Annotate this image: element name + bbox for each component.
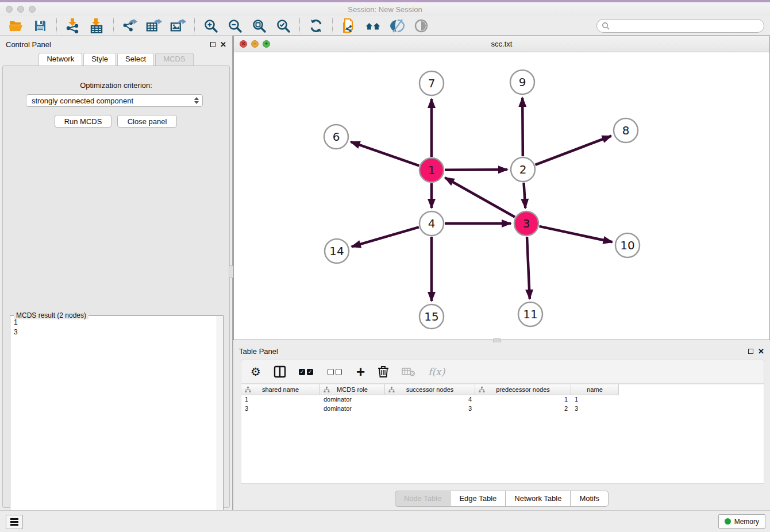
network-canvas[interactable]: 7968124314101511	[234, 52, 769, 340]
import-table-icon[interactable]	[89, 18, 105, 33]
node-label-2: 2	[519, 163, 527, 176]
delete-columns-icon[interactable]	[378, 365, 389, 379]
edge-3-10[interactable]	[539, 226, 612, 242]
cell-successor-nodes[interactable]: 4	[385, 395, 475, 404]
copy-network-icon[interactable]	[341, 18, 357, 33]
edge-3-1[interactable]	[445, 178, 515, 217]
zoom-in-icon[interactable]	[203, 18, 219, 33]
table-row[interactable]: 3dominator323	[241, 404, 764, 414]
float-panel-icon[interactable]	[210, 42, 215, 47]
cell-shared-name[interactable]: 1	[241, 395, 320, 404]
table-header-row: shared nameMCDS rolesuccessor nodesprede…	[241, 384, 764, 395]
search-field[interactable]	[596, 19, 764, 33]
tab-style[interactable]: Style	[83, 53, 116, 65]
zoom-fit-icon[interactable]	[251, 18, 267, 33]
memory-button[interactable]: Memory	[718, 514, 765, 529]
tab-mcds[interactable]: MCDS	[155, 53, 193, 65]
network-window-title: scc.txt	[234, 40, 769, 48]
edge-2-8[interactable]	[536, 136, 611, 165]
cell-predecessor-nodes[interactable]: 2	[475, 404, 571, 414]
edge-4-14[interactable]	[352, 227, 419, 246]
close-panel-icon[interactable]: ✕	[220, 41, 226, 48]
export-table-icon[interactable]	[146, 18, 162, 33]
import-network-icon[interactable]	[65, 18, 81, 33]
hide-detail-icon[interactable]	[413, 18, 429, 33]
select-all-columns-icon[interactable]: ✓✓	[299, 365, 315, 379]
show-all-networks-icon[interactable]	[365, 18, 381, 33]
column-header-shared-name[interactable]: shared name	[241, 384, 320, 395]
table-panel-title: Table Panel	[239, 347, 278, 356]
mcds-result-text[interactable]: 1 3	[10, 316, 217, 532]
network-view-window: ✕ − + scc.txt 7968124314101511	[233, 36, 770, 340]
zoom-selected-icon[interactable]	[275, 18, 291, 33]
cell-MCDS-role[interactable]: dominator	[320, 395, 385, 404]
cell-predecessor-nodes[interactable]: 1	[475, 395, 571, 404]
control-panel-header: Control Panel ✕	[0, 36, 232, 53]
node-label-15: 15	[424, 310, 438, 323]
tab-node-table[interactable]: Node Table	[395, 491, 451, 507]
node-table[interactable]: shared nameMCDS rolesuccessor nodesprede…	[241, 384, 764, 484]
close-table-panel-icon[interactable]: ✕	[758, 348, 764, 355]
open-session-icon[interactable]	[8, 18, 24, 33]
cell-name[interactable]: 1	[571, 395, 619, 404]
column-header-name[interactable]: name	[571, 384, 619, 395]
table-row[interactable]: 1dominator411	[241, 395, 764, 404]
table-panel: Table Panel ✕ ⚙ ✓✓ + f(x) shared nameMCD…	[233, 342, 770, 510]
export-network-icon[interactable]	[122, 18, 138, 33]
edge-2-3[interactable]	[523, 183, 525, 208]
node-label-4: 4	[428, 217, 436, 230]
node-label-11: 11	[523, 307, 537, 321]
tab-network-table[interactable]: Network Table	[506, 491, 571, 507]
cell-shared-name[interactable]: 3	[241, 404, 320, 414]
export-image-icon[interactable]	[170, 18, 186, 33]
edge-3-11[interactable]	[527, 237, 530, 299]
save-session-icon[interactable]	[32, 18, 48, 33]
network-graph[interactable]: 7968124314101511	[234, 52, 769, 340]
node-label-14: 14	[329, 244, 344, 258]
result-scrollbar[interactable]	[217, 316, 223, 532]
edge-1-6[interactable]	[351, 142, 419, 166]
create-column-icon[interactable]: +	[356, 365, 365, 379]
tab-network[interactable]: Network	[38, 53, 82, 65]
memory-status-icon	[725, 518, 731, 525]
app-title: Session: New Session	[0, 5, 770, 14]
tab-motifs[interactable]: Motifs	[571, 491, 609, 507]
control-panel-tabs: NetworkStyleSelectMCDS	[0, 53, 232, 65]
mcds-tab-content: Optimization criterion: strongly connect…	[2, 65, 230, 508]
unselect-all-columns-icon[interactable]	[328, 365, 344, 379]
status-bar: Memory	[0, 510, 770, 532]
function-builder-icon[interactable]: f(x)	[428, 365, 445, 379]
column-header-predecessor-nodes[interactable]: predecessor nodes	[475, 384, 571, 395]
cell-name[interactable]: 3	[571, 404, 619, 414]
dropdown-stepper-icon	[194, 97, 199, 104]
search-input[interactable]	[612, 22, 756, 30]
cell-MCDS-role[interactable]: dominator	[320, 404, 385, 414]
cell-successor-nodes[interactable]: 3	[385, 404, 475, 414]
close-panel-button[interactable]: Close panel	[117, 115, 177, 128]
delete-table-icon[interactable]	[402, 365, 415, 379]
table-toolbar: ⚙ ✓✓ + f(x)	[241, 360, 764, 384]
table-tabs: Node TableEdge TableNetwork TableMotifs	[233, 491, 770, 507]
task-history-button[interactable]	[6, 515, 23, 529]
edge-1-2[interactable]	[445, 169, 507, 170]
tab-edge-table[interactable]: Edge Table	[451, 491, 506, 507]
refresh-icon[interactable]	[308, 18, 324, 33]
node-label-3: 3	[523, 217, 530, 230]
criterion-dropdown[interactable]: strongly connected component	[26, 94, 203, 107]
zoom-out-icon[interactable]	[227, 18, 243, 33]
column-header-MCDS-role[interactable]: MCDS role	[320, 384, 385, 395]
float-table-panel-icon[interactable]	[748, 349, 753, 354]
node-label-10: 10	[620, 238, 634, 252]
list-icon	[10, 518, 18, 526]
node-label-6: 6	[333, 130, 340, 144]
run-mcds-button[interactable]: Run MCDS	[55, 115, 111, 128]
column-header-successor-nodes[interactable]: successor nodes	[385, 384, 475, 395]
show-columns-icon[interactable]	[274, 365, 286, 379]
table-panel-header: Table Panel ✕	[233, 342, 770, 360]
style-preview-icon[interactable]	[389, 18, 405, 33]
edge-2-9[interactable]	[522, 98, 523, 156]
criterion-dropdown-value: strongly connected component	[32, 97, 133, 105]
node-label-1: 1	[428, 163, 436, 177]
table-settings-icon[interactable]: ⚙	[251, 365, 261, 379]
tab-select[interactable]: Select	[117, 53, 154, 65]
